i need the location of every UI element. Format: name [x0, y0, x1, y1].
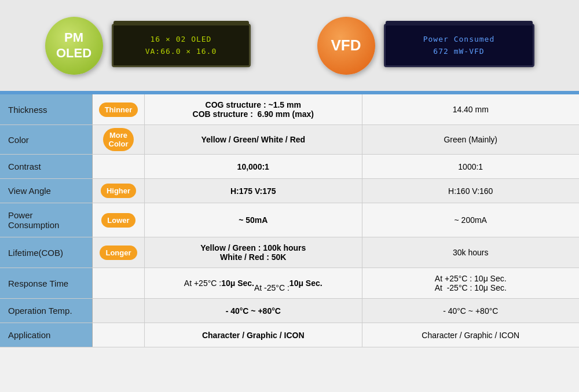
- response-label: Response Time: [0, 268, 93, 298]
- pm-oled-label: PMOLED: [56, 30, 91, 61]
- contrast-badge-cell: [93, 155, 145, 178]
- application-badge-cell: [93, 323, 145, 347]
- vfd-display: Power Consumed672 mW-VFD: [384, 24, 534, 67]
- vfd-bubble: VFD: [317, 17, 375, 75]
- table-row: Response Time At +25°C : 10μ Sec.At -25°…: [0, 268, 579, 299]
- viewangle-oled: H:175 V:175: [145, 179, 362, 203]
- oled-display: 16 × 02 OLEDVA:66.0 × 16.0: [112, 24, 251, 67]
- comparison-table: Thickness Thinner COG structure : ~1.5 m…: [0, 94, 579, 347]
- response-badge-cell: [93, 268, 145, 298]
- power-vfd: ~ 200mA: [362, 203, 580, 237]
- application-label: Application: [0, 323, 93, 347]
- header: PMOLED 16 × 02 OLEDVA:66.0 × 16.0 VFD Po…: [0, 0, 579, 93]
- optemp-oled: - 40°C ~ +80°C: [145, 299, 362, 323]
- viewangle-label: View Angle: [0, 179, 93, 203]
- application-oled: Character / Graphic / ICON: [145, 323, 362, 347]
- table-row: Power Consumption Lower ~ 50mA ~ 200mA: [0, 203, 579, 237]
- lifetime-oled: Yellow / Green : 100k hoursWhite / Red :…: [145, 237, 362, 268]
- power-oled: ~ 50mA: [145, 203, 362, 237]
- thickness-oled: COG structure : ~1.5 mmCOB structure : 6…: [145, 94, 362, 124]
- table-row: Thickness Thinner COG structure : ~1.5 m…: [0, 94, 579, 125]
- response-vfd: At +25°C : 10μ Sec.At -25°C : 10μ Sec.: [362, 268, 580, 298]
- contrast-label: Contrast: [0, 155, 93, 178]
- thickness-label: Thickness: [0, 94, 93, 124]
- power-label: Power Consumption: [0, 203, 93, 237]
- contrast-vfd: 1000:1: [362, 155, 580, 178]
- table-row: Operation Temp. - 40°C ~ +80°C - 40°C ~ …: [0, 299, 579, 323]
- optemp-vfd: - 40°C ~ +80°C: [362, 299, 580, 323]
- table-row: Lifetime(COB) Longer Yellow / Green : 10…: [0, 237, 579, 268]
- oled-display-line1: 16 × 02 OLEDVA:66.0 × 16.0: [145, 34, 217, 58]
- thickness-badge-cell: Thinner: [93, 94, 145, 124]
- optemp-badge-cell: [93, 299, 145, 323]
- oled-side: PMOLED 16 × 02 OLEDVA:66.0 × 16.0: [45, 17, 251, 75]
- application-vfd: Character / Graphic / ICON: [362, 323, 580, 347]
- lifetime-label: Lifetime(COB): [0, 237, 93, 268]
- lifetime-vfd: 30k hours: [362, 237, 580, 268]
- viewangle-vfd: H:160 V:160: [362, 179, 580, 203]
- pm-oled-bubble: PMOLED: [45, 17, 103, 75]
- response-oled: At +25°C : 10μ Sec.At -25°C : 10μ Sec.: [145, 268, 362, 298]
- contrast-oled: 10,000:1: [145, 155, 362, 178]
- higher-badge: Higher: [101, 184, 136, 198]
- thickness-vfd: 14.40 mm: [362, 94, 580, 124]
- color-vfd: Green (Mainly): [362, 125, 580, 154]
- color-label: Color: [0, 125, 93, 154]
- vfd-side: VFD Power Consumed672 mW-VFD: [317, 17, 534, 75]
- lower-badge: Lower: [101, 213, 135, 228]
- vfd-label: VFD: [331, 36, 361, 54]
- color-badge-cell: MoreColor: [93, 125, 145, 154]
- table-row: View Angle Higher H:175 V:175 H:160 V:16…: [0, 179, 579, 203]
- power-badge-cell: Lower: [93, 203, 145, 237]
- table-row: Contrast 10,000:1 1000:1: [0, 155, 579, 179]
- table-row: Application Character / Graphic / ICON C…: [0, 323, 579, 347]
- more-color-badge: MoreColor: [103, 128, 134, 151]
- color-oled: Yellow / Green/ White / Red: [145, 125, 362, 154]
- optemp-label: Operation Temp.: [0, 299, 93, 323]
- vfd-display-content: Power Consumed672 mW-VFD: [423, 34, 495, 58]
- thinner-badge: Thinner: [99, 102, 138, 117]
- longer-badge: Longer: [100, 246, 137, 260]
- viewangle-badge-cell: Higher: [93, 179, 145, 203]
- lifetime-badge-cell: Longer: [93, 237, 145, 268]
- table-row: Color MoreColor Yellow / Green/ White / …: [0, 125, 579, 155]
